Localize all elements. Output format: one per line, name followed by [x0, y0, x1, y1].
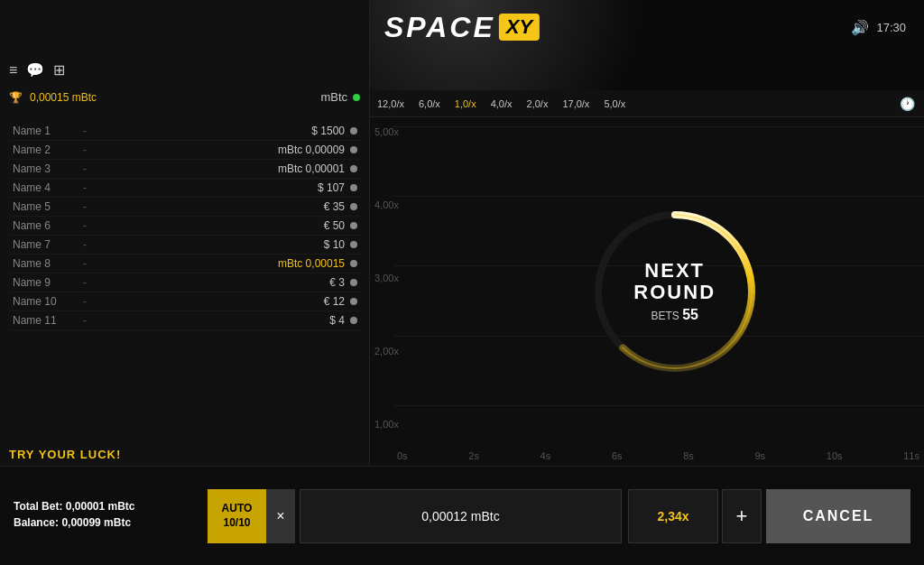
- balance-value: 0,00099 mBtc: [61, 516, 131, 529]
- player-row: Name 9 - € 3: [9, 273, 361, 292]
- history-icon[interactable]: 🕐: [891, 97, 924, 111]
- trophy-amount: 0,00015 mBtc: [30, 91, 97, 104]
- player-dash: -: [76, 295, 94, 308]
- x-axis-label: 6s: [612, 450, 623, 461]
- player-dot: [350, 317, 357, 324]
- multiplier-field[interactable]: 2,34x: [628, 489, 718, 543]
- x-axis: 0s2s4s6s8s9s10s11s: [393, 450, 924, 461]
- player-dot: [350, 203, 357, 210]
- player-name: Name 8: [13, 257, 76, 270]
- multiplier-item[interactable]: 4,0/x: [484, 90, 520, 116]
- player-dot: [350, 184, 357, 191]
- grid-line-1: [393, 126, 924, 127]
- player-row: Name 8 - mBtc 0,00015: [9, 255, 361, 273]
- clock-time: 17:30: [876, 21, 906, 34]
- player-row: Name 11 - $ 4: [9, 311, 361, 330]
- player-name: Name 2: [13, 144, 76, 156]
- player-dot: [350, 146, 357, 153]
- player-amount: $ 107: [94, 181, 350, 194]
- y-axis-label: 5,00x: [374, 126, 399, 137]
- logo-space-text: SPACE: [384, 11, 495, 44]
- player-dot: [350, 241, 357, 248]
- connection-dot: [353, 94, 360, 101]
- player-amount: mBtc 0,00009: [94, 144, 350, 156]
- cancel-label: CANCEL: [803, 508, 874, 524]
- balance-row: Balance: 0,00099 mBtc: [14, 516, 194, 529]
- player-dash: -: [76, 257, 94, 270]
- menu-icon[interactable]: ≡: [9, 62, 17, 79]
- next-round-text: NEXTROUND BETS 55: [633, 260, 716, 323]
- multiplier-bar: 12,0/x6,0/x1,0/x4,0/x2,0/x17,0/x5,0/x🕐: [370, 90, 924, 117]
- player-row: Name 10 - € 12: [9, 292, 361, 311]
- auto-button[interactable]: AUTO 10/10: [208, 489, 266, 543]
- player-row: Name 2 - mBtc 0,00009: [9, 141, 361, 160]
- x-axis-label: 4s: [541, 450, 551, 461]
- player-row: Name 1 - $ 1500: [9, 122, 361, 141]
- player-dash: -: [76, 181, 94, 194]
- try-luck-label: TRY YOUR LUCK!: [9, 448, 121, 461]
- player-dash: -: [76, 276, 94, 289]
- player-amount: mBtc 0,00001: [94, 162, 350, 175]
- logo-xy-text: XY: [499, 14, 540, 41]
- player-row: Name 3 - mBtc 0,00001: [9, 160, 361, 179]
- player-amount: $ 10: [94, 238, 350, 251]
- bet-info: Total Bet: 0,00001 mBtc Balance: 0,00099…: [0, 491, 208, 542]
- stats-icon[interactable]: ⊞: [53, 61, 65, 79]
- player-amount: € 12: [94, 295, 350, 308]
- player-list: Name 1 - $ 1500 Name 2 - mBtc 0,00009 Na…: [0, 117, 370, 457]
- chat-icon[interactable]: 💬: [26, 61, 44, 79]
- player-amount: $ 1500: [94, 125, 350, 137]
- player-dash: -: [76, 219, 94, 232]
- chart-area: 5,00x4,00x3,00x2,00x1,00x: [370, 117, 924, 466]
- player-name: Name 5: [13, 200, 76, 213]
- player-dash: -: [76, 238, 94, 251]
- bottom-panel: Total Bet: 0,00001 mBtc Balance: 0,00099…: [0, 466, 924, 565]
- x-axis-label: 2s: [468, 450, 479, 461]
- cancel-button[interactable]: CANCEL: [766, 489, 910, 543]
- player-dot: [350, 279, 357, 286]
- plus-icon: +: [736, 505, 748, 528]
- y-axis-label: 2,00x: [374, 346, 399, 357]
- player-dash: -: [76, 314, 94, 327]
- next-round-ring: NEXTROUND BETS 55: [585, 201, 765, 382]
- total-bet-row: Total Bet: 0,00001 mBtc: [14, 500, 194, 513]
- multiplier-item[interactable]: 12,0/x: [370, 90, 411, 116]
- logo: SPACE XY: [384, 11, 540, 44]
- total-bet-value: 0,00001 mBtc: [66, 500, 135, 513]
- balance-label: Balance:: [14, 516, 59, 529]
- y-axis: 5,00x4,00x3,00x2,00x1,00x: [374, 117, 399, 439]
- multiplier-item[interactable]: 17,0/x: [555, 90, 596, 116]
- bets-count: 55: [682, 307, 698, 322]
- player-name: Name 3: [13, 162, 76, 175]
- grid-line-5: [393, 405, 924, 406]
- player-dash: -: [76, 200, 94, 213]
- sound-icon[interactable]: 🔊: [851, 19, 869, 36]
- player-name: Name 1: [13, 125, 76, 137]
- player-row: Name 6 - € 50: [9, 217, 361, 236]
- x-axis-label: 8s: [683, 450, 694, 461]
- player-row: Name 4 - $ 107: [9, 179, 361, 198]
- amount-field[interactable]: 0,00012 mBtc: [300, 489, 622, 543]
- plus-button[interactable]: +: [722, 489, 762, 543]
- multiplier-item[interactable]: 6,0/x: [411, 90, 448, 116]
- next-round-bets: BETS 55: [633, 307, 716, 323]
- auto-label: AUTO: [222, 502, 253, 516]
- header: SPACE XY 🔊 17:30: [0, 0, 924, 54]
- player-dash: -: [76, 125, 94, 137]
- auto-close-button[interactable]: ×: [266, 489, 295, 543]
- player-name: Name 7: [13, 238, 76, 251]
- player-name: Name 10: [13, 295, 76, 308]
- player-name: Name 4: [13, 181, 76, 194]
- trophy-bar: 🏆 0,00015 mBtc mBtc: [9, 90, 360, 104]
- player-dash: -: [76, 144, 94, 156]
- multiplier-item[interactable]: 2,0/x: [520, 90, 556, 116]
- x-axis-label: 9s: [754, 450, 765, 461]
- auto-count: 10/10: [223, 516, 250, 531]
- currency-label: mBtc: [320, 90, 347, 104]
- player-dot: [350, 260, 357, 267]
- trophy-icon: 🏆: [9, 91, 23, 104]
- auto-btn-area: AUTO 10/10 ×: [208, 489, 295, 543]
- grid-line-2: [393, 196, 924, 197]
- multiplier-item[interactable]: 1,0/x: [448, 90, 484, 116]
- multiplier-item[interactable]: 5,0/x: [596, 90, 633, 116]
